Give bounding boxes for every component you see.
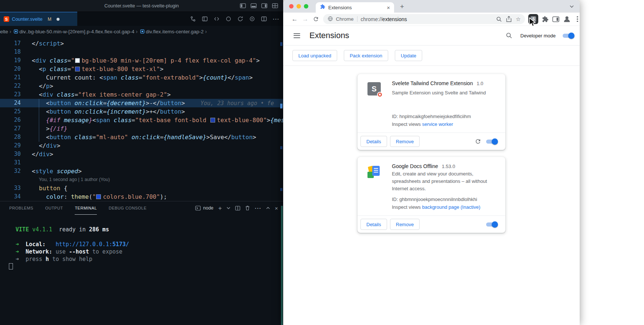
- tab-search-chevron-icon[interactable]: [570, 5, 574, 8]
- line-number[interactable]: 17: [0, 39, 21, 48]
- developer-mode-toggle[interactable]: [562, 33, 574, 39]
- pack-extension-button[interactable]: Pack extension: [344, 50, 388, 61]
- code-editor[interactable]: 17</script>1819<div class="bg-blue-50 mi…: [0, 37, 283, 201]
- sync-icon[interactable]: [237, 16, 243, 22]
- line-number[interactable]: 21: [0, 73, 21, 82]
- code-line[interactable]: 31: [0, 158, 283, 167]
- breadcrumb-file[interactable]: elte: [0, 29, 8, 34]
- line-number[interactable]: 26: [0, 116, 21, 124]
- hamburger-menu-icon[interactable]: [292, 32, 301, 39]
- extension-enabled-toggle[interactable]: [486, 138, 498, 145]
- code-line[interactable]: 27 >{/if}: [0, 124, 283, 133]
- line-number[interactable]: 34: [0, 192, 21, 201]
- breadcrumb-node[interactable]: div..bg-blue-50.min-w-[20rem].p-4.flex.f…: [19, 29, 134, 34]
- zoom-icon[interactable]: [496, 16, 502, 22]
- terminal-dropdown-chevron-icon[interactable]: [227, 207, 230, 209]
- share-icon[interactable]: [506, 16, 512, 22]
- line-number[interactable]: 18: [0, 48, 21, 56]
- remove-button[interactable]: Remove: [390, 219, 420, 230]
- code-line[interactable]: 32<style scoped>: [0, 167, 283, 175]
- forward-button[interactable]: →: [301, 16, 310, 23]
- reload-extension-icon[interactable]: [475, 138, 481, 145]
- more-actions-icon[interactable]: ···: [273, 16, 279, 22]
- line-number[interactable]: 28: [0, 133, 21, 141]
- customize-layout-icon[interactable]: [272, 3, 278, 8]
- circle-outline-icon[interactable]: [226, 16, 231, 22]
- tab-debug-console[interactable]: DEBUG CONSOLE: [109, 201, 146, 215]
- code-line[interactable]: 18: [0, 48, 283, 56]
- close-panel-icon[interactable]: ×: [275, 205, 278, 211]
- close-tab-icon[interactable]: ×: [386, 4, 391, 11]
- new-tab-button[interactable]: +: [400, 3, 404, 11]
- details-button[interactable]: Details: [360, 136, 387, 147]
- details-button[interactable]: Details: [360, 219, 387, 230]
- line-number[interactable]: 29: [0, 141, 21, 150]
- browser-menu-icon[interactable]: [575, 15, 580, 24]
- code-line[interactable]: 23 <div class="flex items-center gap-2">: [0, 90, 283, 99]
- line-number[interactable]: 30: [0, 150, 21, 158]
- line-number[interactable]: 33: [0, 184, 21, 192]
- panel-more-icon[interactable]: ···: [255, 205, 261, 211]
- code-line[interactable]: 22 </p>: [0, 82, 283, 90]
- code-line[interactable]: 24 <button on:click={decrement}>-</butto…: [0, 99, 283, 107]
- address-bar[interactable]: Chrome chrome:// extensions ☆: [323, 14, 525, 24]
- line-number[interactable]: 20: [0, 65, 21, 73]
- split-terminal-icon[interactable]: [235, 206, 240, 211]
- split-editor-icon[interactable]: [261, 16, 267, 22]
- extension-enabled-toggle[interactable]: [486, 221, 498, 228]
- terminal[interactable]: VITE v4.1.1 ready in 286 ms ➜ Local: htt…: [0, 215, 283, 270]
- zoom-window-button[interactable]: [304, 4, 308, 9]
- browser-tab-extensions[interactable]: Extensions ×: [316, 2, 394, 13]
- code-line[interactable]: 20 <p class="text-blue-800 text-xl">: [0, 65, 283, 73]
- terminal-shell-chip[interactable]: node: [195, 205, 213, 211]
- code-line[interactable]: 29 </div>: [0, 141, 283, 150]
- kill-terminal-trash-icon[interactable]: [245, 205, 250, 211]
- side-panel-icon[interactable]: [552, 16, 559, 22]
- reload-button[interactable]: [311, 16, 321, 22]
- code-line[interactable]: 25 <button on:click={increment}>+</butto…: [0, 107, 283, 116]
- back-button[interactable]: ←: [290, 16, 299, 23]
- line-number[interactable]: 31: [0, 158, 21, 167]
- line-number[interactable]: 32: [0, 167, 21, 175]
- profile-avatar-icon[interactable]: [563, 15, 571, 23]
- remove-button[interactable]: Remove: [390, 136, 420, 147]
- code-line[interactable]: 17</script>: [0, 39, 283, 48]
- line-number[interactable]: 24: [0, 99, 21, 107]
- bookmark-star-icon[interactable]: ☆: [516, 16, 521, 22]
- site-info-globe-icon[interactable]: [328, 16, 333, 23]
- code-line[interactable]: 21 Current count: <span class="font-extr…: [0, 73, 283, 82]
- toggle-sidebar-icon[interactable]: [240, 3, 246, 8]
- source-control-graph-icon[interactable]: [190, 16, 196, 22]
- search-icon[interactable]: [506, 32, 512, 39]
- tab-output[interactable]: OUTPUT: [45, 201, 63, 215]
- maximize-panel-chevron-icon[interactable]: [266, 207, 270, 209]
- toggle-panel-icon[interactable]: [251, 3, 257, 8]
- line-number[interactable]: 22: [0, 82, 21, 90]
- line-number[interactable]: 27: [0, 124, 21, 133]
- line-number[interactable]: 23: [0, 90, 21, 99]
- extensions-puzzle-icon[interactable]: [542, 16, 549, 23]
- open-editors-icon[interactable]: [202, 16, 208, 22]
- close-window-button[interactable]: [289, 4, 294, 9]
- minimize-window-button[interactable]: [296, 4, 301, 9]
- line-number[interactable]: 25: [0, 107, 21, 116]
- code-brackets-icon[interactable]: [214, 16, 220, 22]
- code-line[interactable]: 34 color: theme("colors.blue.700");: [0, 192, 283, 201]
- code-line[interactable]: 19<div class="bg-blue-50 min-w-[20rem] p…: [0, 56, 283, 65]
- new-terminal-icon[interactable]: +: [218, 205, 222, 211]
- code-line[interactable]: 28 <button class="ml-auto" on:click={han…: [0, 133, 283, 141]
- update-button[interactable]: Update: [395, 50, 422, 61]
- code-line[interactable]: 26 {#if message}<span class="text-base f…: [0, 116, 283, 124]
- tab-terminal[interactable]: TERMINAL: [75, 201, 97, 215]
- breadcrumb-node[interactable]: div.flex.items-center.gap-2: [146, 29, 204, 34]
- service-worker-link[interactable]: service worker: [422, 121, 453, 127]
- tab-problems[interactable]: PROBLEMS: [9, 201, 33, 215]
- tab-counter-svelte[interactable]: S Counter.svelte M: [0, 12, 77, 26]
- load-unpacked-button[interactable]: Load unpacked: [292, 50, 337, 61]
- code-line[interactable]: 30</div>: [0, 150, 283, 158]
- toggle-secondary-sidebar-icon[interactable]: [261, 3, 267, 8]
- background-page-link[interactable]: background page (Inactive): [422, 204, 481, 210]
- code-line[interactable]: 33 button {: [0, 184, 283, 192]
- run-preview-icon[interactable]: [249, 16, 255, 22]
- line-number[interactable]: 19: [0, 56, 21, 65]
